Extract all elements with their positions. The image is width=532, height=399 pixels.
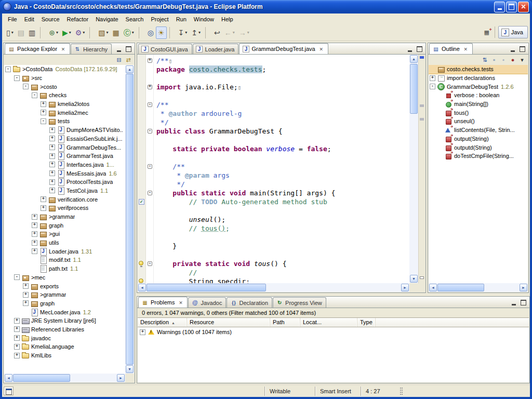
menu-item[interactable]: Window xyxy=(190,15,218,24)
previous-annotation-button[interactable]: ↥▾ xyxy=(189,26,203,39)
maximize-view-button[interactable] xyxy=(124,45,133,53)
menu-item[interactable]: Search xyxy=(122,15,148,24)
tree-item[interactable]: ->costo xyxy=(4,82,125,91)
horizontal-scrollbar[interactable]: ◄ ► xyxy=(138,283,409,292)
expander-icon[interactable]: + xyxy=(41,110,46,115)
overview-annotation[interactable] xyxy=(420,56,424,59)
tree-item[interactable]: ->mec xyxy=(4,273,125,282)
scroll-left-button[interactable]: ◄ xyxy=(429,284,437,291)
expander-icon[interactable] xyxy=(32,257,37,263)
menu-item[interactable]: Source xyxy=(38,15,63,24)
dropdown-arrow-icon[interactable]: ▾ xyxy=(56,30,58,35)
tree-item[interactable]: +EssaisGenSubLink.j... xyxy=(4,135,125,143)
tree-item[interactable]: +TestCol.java1.1 xyxy=(4,187,125,195)
view-tab[interactable]: Hierarchy xyxy=(71,44,112,54)
column-header[interactable]: Locat... xyxy=(300,318,357,327)
tree-item[interactable]: path.txt1.1 xyxy=(4,264,125,273)
code-editor[interactable]: +/**▯package costo.checks.tests;+import … xyxy=(138,55,425,283)
fold-toggle-icon[interactable]: + xyxy=(148,85,152,89)
expander-icon[interactable]: + xyxy=(41,101,46,107)
outline-item[interactable]: output(String) xyxy=(429,135,528,143)
minimize-button[interactable] xyxy=(494,2,505,12)
expander-icon[interactable]: - xyxy=(5,66,11,72)
menu-item[interactable]: Run xyxy=(172,15,190,24)
tree-item[interactable]: +Loader.java1.31 xyxy=(4,247,125,256)
fold-toggle-icon[interactable]: - xyxy=(148,191,152,195)
expander-icon[interactable]: + xyxy=(41,205,46,211)
tree-item[interactable]: +verifprocess xyxy=(4,204,125,212)
scrollbar-thumb[interactable] xyxy=(437,284,484,291)
tree-item[interactable]: +GrammarDebugTes... xyxy=(4,143,125,152)
view-menu-button[interactable]: ▾ xyxy=(517,56,527,64)
editor-tab[interactable]: Loader.java xyxy=(193,44,239,54)
minimize-view-button[interactable] xyxy=(405,45,415,53)
tree-item[interactable]: +GrammarTest.java xyxy=(4,152,125,161)
view-tab[interactable]: Problems xyxy=(138,297,188,308)
expander-icon[interactable]: + xyxy=(32,231,37,237)
outline-item[interactable]: verbose : boolean xyxy=(429,91,528,100)
tree-item[interactable]: ->CostoDataCostoData [172.16.9.29] xyxy=(4,65,125,74)
tree-item[interactable]: -checks xyxy=(4,91,125,100)
forward-button[interactable]: →▾ xyxy=(237,26,251,39)
tree-item[interactable]: +graph xyxy=(4,221,125,230)
outline-item[interactable]: listContents(File, Strin... xyxy=(429,126,528,135)
dropdown-arrow-icon[interactable]: ▾ xyxy=(83,30,85,35)
dropdown-arrow-icon[interactable]: ▾ xyxy=(132,30,134,35)
scroll-right-button[interactable]: ► xyxy=(117,374,125,382)
expander-icon[interactable]: + xyxy=(14,353,20,358)
column-header[interactable]: Description xyxy=(138,318,187,327)
debug-button[interactable]: ⊛▾ xyxy=(47,26,60,39)
outline-item[interactable]: +import declarations xyxy=(429,74,528,83)
tree-item[interactable]: +kmelia2mec xyxy=(4,108,125,117)
vertical-scrollbar[interactable]: ▲ ▼ xyxy=(409,55,418,283)
new-package-button[interactable]: ▦▾ xyxy=(111,26,122,39)
horizontal-scrollbar[interactable]: ◄ ► xyxy=(429,283,528,292)
tree-item[interactable]: +KmeliaLanguage xyxy=(4,342,125,351)
open-type-button[interactable]: ◎▾ xyxy=(145,26,156,39)
overview-annotation[interactable] xyxy=(420,118,424,121)
view-tab[interactable]: Progress View xyxy=(273,297,326,308)
fast-view-bar-toggle[interactable] xyxy=(4,387,14,395)
overview-annotation[interactable] xyxy=(420,276,424,279)
outline-tree[interactable]: costo.checks.tests+import declarations-G… xyxy=(429,65,528,283)
overview-ruler[interactable] xyxy=(418,55,425,283)
editor-tab[interactable]: GrammarDebugTest.java xyxy=(239,43,328,54)
dropdown-arrow-icon[interactable]: ▾ xyxy=(247,30,249,35)
java-perspective-button[interactable]: J Java xyxy=(498,26,528,38)
dropdown-arrow-icon[interactable]: ▾ xyxy=(69,30,71,35)
new-class-button[interactable]: Ⓒ▾ xyxy=(122,26,136,39)
maximize-view-button[interactable] xyxy=(518,299,528,307)
scroll-down-button[interactable]: ▼ xyxy=(410,275,418,283)
tree-item[interactable]: +javadoc xyxy=(4,334,125,342)
tree-item[interactable]: +Interfaces.java1... xyxy=(4,161,125,169)
dropdown-arrow-icon[interactable]: ▾ xyxy=(198,30,201,35)
expander-icon[interactable] xyxy=(437,127,443,133)
fold-toggle-icon[interactable]: - xyxy=(148,102,152,107)
tree-item[interactable]: +>grammar xyxy=(4,212,125,221)
hide-non-public-members-button[interactable]: ● xyxy=(508,56,517,64)
fold-toggle-icon[interactable]: - xyxy=(148,164,152,169)
link-with-editor-button[interactable]: ⇄ xyxy=(124,56,133,64)
vertical-scrollbar[interactable]: ▲ ▼ xyxy=(125,65,134,374)
expander-icon[interactable]: + xyxy=(140,329,145,335)
expander-icon[interactable]: + xyxy=(49,144,55,150)
maximize-view-button[interactable] xyxy=(415,45,424,53)
menu-item[interactable]: File xyxy=(4,15,21,24)
dropdown-arrow-icon[interactable]: ▾ xyxy=(185,30,187,35)
expander-icon[interactable]: + xyxy=(23,283,29,289)
tree-item[interactable]: +ProtocolTests.java xyxy=(4,178,125,187)
tab-close-icon[interactable] xyxy=(463,46,469,52)
expander-icon[interactable]: + xyxy=(23,292,29,298)
tree-item[interactable]: modif.txt1.1 xyxy=(4,256,125,264)
expander-icon[interactable] xyxy=(437,118,443,124)
title-bar[interactable]: Java - CostoData/src/costo/checks/tests/… xyxy=(0,0,532,14)
expander-icon[interactable]: - xyxy=(14,274,20,280)
menu-item[interactable]: Refactor xyxy=(63,15,92,24)
overview-annotation[interactable] xyxy=(420,104,424,107)
maximize-view-button[interactable] xyxy=(517,45,527,53)
menu-item[interactable]: Edit xyxy=(21,15,38,24)
tree-item[interactable]: +KmlLibs xyxy=(4,351,125,360)
tree-item[interactable]: MecLoader.java1.2 xyxy=(4,308,125,316)
expander-icon[interactable]: + xyxy=(49,170,55,176)
expander-icon[interactable] xyxy=(437,92,443,98)
